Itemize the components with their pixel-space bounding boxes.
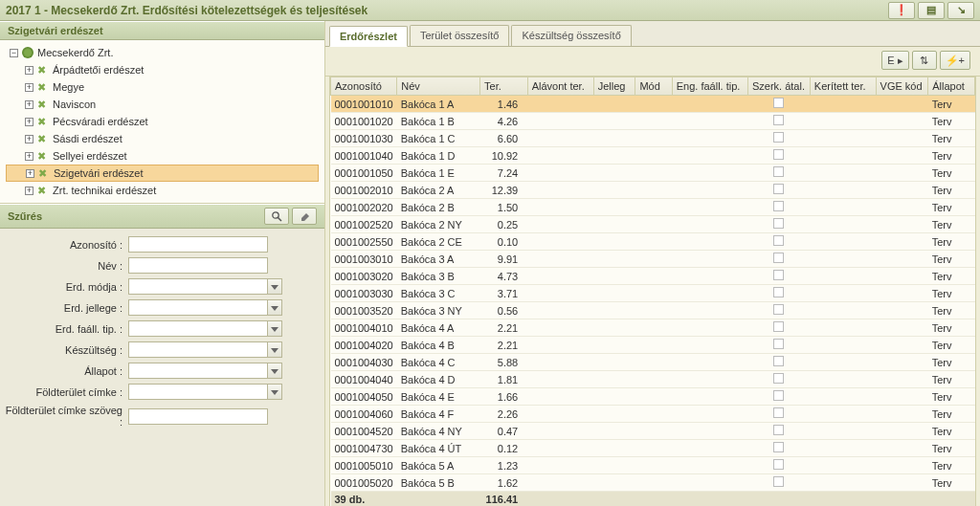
table-row[interactable]: 0001004520Bakóca 4 NY0.47Terv: [331, 423, 975, 440]
table-row[interactable]: 0001001050Bakóca 1 E7.24Terv: [331, 165, 975, 182]
combo-erd-jellege[interactable]: [128, 299, 267, 316]
checkbox-icon[interactable]: [773, 442, 784, 452]
table-row[interactable]: 0001001010Bakóca 1 A1.46Terv: [331, 96, 975, 113]
checkbox-icon[interactable]: [773, 235, 784, 246]
expander-icon[interactable]: +: [25, 66, 33, 75]
cell-szerk[interactable]: [747, 319, 810, 337]
expander-icon[interactable]: −: [10, 49, 18, 57]
input-foldterulet-cimke-szoveg[interactable]: [128, 408, 268, 425]
checkbox-icon[interactable]: [773, 339, 784, 349]
tree-item[interactable]: +Szigetvári erdészet: [6, 165, 319, 182]
checkbox-icon[interactable]: [773, 425, 784, 435]
checkbox-icon[interactable]: [773, 356, 784, 366]
cell-szerk[interactable]: [747, 406, 810, 423]
cell-szerk[interactable]: [747, 268, 810, 285]
table-row[interactable]: 0001004060Bakóca 4 F2.26Terv: [331, 406, 975, 423]
toolbar-btn-2[interactable]: ⇅: [912, 51, 937, 70]
search-button[interactable]: [264, 208, 289, 225]
cell-szerk[interactable]: [747, 182, 810, 199]
toolbar-btn-3[interactable]: ⚡+: [940, 51, 970, 70]
table-row[interactable]: 0001002010Bakóca 2 A12.39Terv: [331, 182, 975, 199]
column-header[interactable]: Állapot: [928, 77, 975, 96]
checkbox-icon[interactable]: [773, 98, 784, 108]
dropdown-icon[interactable]: [267, 384, 282, 400]
checkbox-icon[interactable]: [773, 270, 784, 280]
cell-szerk[interactable]: [747, 302, 810, 319]
cell-szerk[interactable]: [747, 233, 810, 251]
checkbox-icon[interactable]: [773, 321, 784, 332]
table-row[interactable]: 0001001020Bakóca 1 B4.26Terv: [331, 113, 975, 130]
tab[interactable]: Terület összesítő: [410, 25, 510, 46]
cell-szerk[interactable]: [747, 147, 810, 165]
table-row[interactable]: 0001001030Bakóca 1 C6.60Terv: [331, 130, 975, 147]
cell-szerk[interactable]: [747, 474, 810, 492]
data-grid[interactable]: AzonosítóNévTer.Alávont ter.JellegMódEng…: [330, 77, 975, 506]
checkbox-icon[interactable]: [773, 132, 784, 143]
combo-keszultseg[interactable]: [128, 341, 267, 358]
tree-item[interactable]: +Zrt. technikai erdészet: [6, 182, 319, 199]
tree-item[interactable]: +Pécsváradi erdészet: [6, 113, 319, 130]
input-azonosito[interactable]: [128, 236, 268, 253]
cell-szerk[interactable]: [747, 354, 810, 371]
checkbox-icon[interactable]: [773, 304, 784, 315]
table-row[interactable]: 0001002020Bakóca 2 B1.50Terv: [331, 199, 975, 216]
cell-szerk[interactable]: [747, 423, 810, 440]
table-row[interactable]: 0001004010Bakóca 4 A2.21Terv: [331, 319, 975, 337]
cell-szerk[interactable]: [747, 96, 810, 113]
table-row[interactable]: 0001005010Bakóca 5 A1.23Terv: [331, 457, 975, 474]
checkbox-icon[interactable]: [773, 149, 784, 160]
toolbar-btn-1[interactable]: E ▸: [881, 51, 908, 70]
expander-icon[interactable]: +: [25, 100, 33, 109]
cell-szerk[interactable]: [747, 457, 810, 474]
tree-item[interactable]: +Sellyei erdészet: [6, 147, 319, 165]
expander-icon[interactable]: +: [25, 187, 33, 195]
column-header[interactable]: Alávont ter.: [527, 77, 593, 96]
combo-erd-modja[interactable]: [128, 278, 267, 295]
table-row[interactable]: 0001002550Bakóca 2 CE0.10Terv: [331, 233, 975, 251]
checkbox-icon[interactable]: [773, 476, 784, 487]
checkbox-icon[interactable]: [773, 115, 784, 125]
dropdown-icon[interactable]: [267, 278, 282, 295]
table-row[interactable]: 0001003020Bakóca 3 B4.73Terv: [331, 268, 975, 285]
tree-item[interactable]: +Sásdi erdészet: [6, 130, 319, 147]
table-row[interactable]: 0001005020Bakóca 5 B1.62Terv: [331, 474, 975, 492]
expander-icon[interactable]: +: [25, 152, 33, 161]
checkbox-icon[interactable]: [773, 184, 784, 194]
cell-szerk[interactable]: [747, 113, 810, 130]
column-header[interactable]: VGE kód: [876, 77, 928, 96]
cell-szerk[interactable]: [747, 199, 810, 216]
checkbox-icon[interactable]: [773, 459, 784, 470]
column-header[interactable]: Azonosító: [331, 77, 397, 96]
checkbox-icon[interactable]: [773, 253, 784, 263]
tab[interactable]: Készültség összesítő: [511, 25, 631, 46]
expander-icon[interactable]: +: [26, 169, 34, 178]
column-header[interactable]: Ter.: [480, 77, 528, 96]
checkbox-icon[interactable]: [773, 373, 784, 384]
tab[interactable]: Erdőrészlet: [329, 26, 408, 47]
title-btn-3[interactable]: ↘: [947, 2, 974, 19]
checkbox-icon[interactable]: [773, 407, 784, 418]
cell-szerk[interactable]: [747, 285, 810, 302]
cell-szerk[interactable]: [747, 130, 810, 147]
expander-icon[interactable]: +: [25, 118, 33, 126]
input-nev[interactable]: [128, 257, 268, 274]
table-row[interactable]: 0001003030Bakóca 3 C3.71Terv: [331, 285, 975, 302]
table-row[interactable]: 0001002520Bakóca 2 NY0.25Terv: [331, 216, 975, 233]
dropdown-icon[interactable]: [267, 363, 282, 379]
checkbox-icon[interactable]: [773, 218, 784, 229]
title-btn-2[interactable]: ▤: [918, 2, 945, 19]
cell-szerk[interactable]: [747, 371, 810, 388]
clear-button[interactable]: [292, 208, 317, 225]
column-header[interactable]: Jelleg: [593, 77, 635, 96]
table-row[interactable]: 0001004030Bakóca 4 C5.88Terv: [331, 354, 975, 371]
table-row[interactable]: 0001003520Bakóca 3 NY0.56Terv: [331, 302, 975, 319]
tree-item[interactable]: +Megye: [6, 78, 319, 96]
title-btn-1[interactable]: ❗: [888, 2, 915, 19]
cell-szerk[interactable]: [747, 440, 810, 457]
checkbox-icon[interactable]: [773, 201, 784, 211]
checkbox-icon[interactable]: [773, 390, 784, 401]
cell-szerk[interactable]: [747, 216, 810, 233]
checkbox-icon[interactable]: [773, 166, 784, 177]
column-header[interactable]: Szerk. átal.: [747, 77, 810, 96]
cell-szerk[interactable]: [747, 388, 810, 406]
